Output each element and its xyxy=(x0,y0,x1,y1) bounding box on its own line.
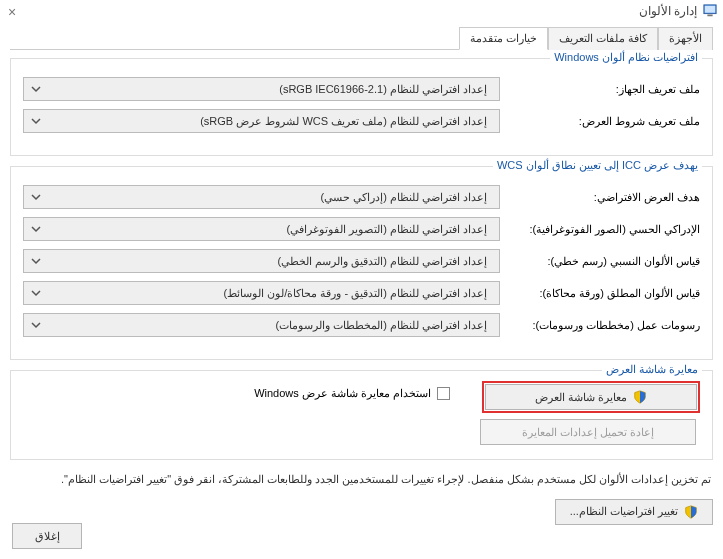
tabs: الأجهزة كافة ملفات التعريف خيارات متقدمة xyxy=(10,26,713,50)
absolute-combo[interactable]: إعداد افتراضي للنظام (التدقيق - ورقة محا… xyxy=(23,281,500,305)
close-icon[interactable]: × xyxy=(8,4,16,20)
calibrate-highlight: معايرة شاشة العرض xyxy=(482,381,700,413)
absolute-value: إعداد افتراضي للنظام (التدقيق - ورقة محا… xyxy=(42,287,491,300)
default-intent-value: إعداد افتراضي للنظام (إدراكي حسي) xyxy=(42,191,491,204)
viewing-profile-value: إعداد افتراضي للنظام (ملف تعريف WCS لشرو… xyxy=(42,115,491,128)
default-intent-combo[interactable]: إعداد افتراضي للنظام (إدراكي حسي) xyxy=(23,185,500,209)
shield-icon xyxy=(633,390,647,404)
close-button-label: إغلاق xyxy=(35,530,60,543)
perceptual-combo[interactable]: إعداد افتراضي للنظام (التصوير الفوتوغراف… xyxy=(23,217,500,241)
calibrate-display-label: معايرة شاشة العرض xyxy=(535,391,627,404)
tab-all-profiles[interactable]: كافة ملفات التعريف xyxy=(548,27,658,50)
calibration-group: معايرة شاشة العرض معايرة شاشة العرض xyxy=(10,370,713,460)
business-label: رسومات عمل (مخططات ورسومات): xyxy=(510,319,700,332)
window-title: إدارة الألوان xyxy=(639,4,697,18)
perceptual-label: الإدراكي الحسي (الصور الفوتوغرافية): xyxy=(510,223,700,236)
svg-rect-2 xyxy=(707,15,712,17)
close-button[interactable]: إغلاق xyxy=(12,523,82,549)
info-text: تم تخزين إعدادات الألوان لكل مستخدم بشكل… xyxy=(12,470,711,489)
chevron-down-icon xyxy=(30,115,42,127)
business-combo[interactable]: إعداد افتراضي للنظام (المخططات والرسومات… xyxy=(23,313,500,337)
viewing-profile-label: ملف تعريف شروط العرض: xyxy=(510,115,700,128)
tab-devices[interactable]: الأجهزة xyxy=(658,27,713,50)
change-system-defaults-label: تغيير افتراضيات النظام... xyxy=(570,505,678,518)
calibration-group-title: معايرة شاشة العرض xyxy=(602,363,702,376)
reload-calibration-label: إعادة تحميل إعدادات المعايرة xyxy=(522,426,654,439)
shield-icon xyxy=(684,505,698,519)
viewing-profile-combo[interactable]: إعداد افتراضي للنظام (ملف تعريف WCS لشرو… xyxy=(23,109,500,133)
wcs-group-title: يهدف عرض ICC إلى تعيين نطاق ألوان WCS xyxy=(493,159,702,172)
chevron-down-icon xyxy=(30,83,42,95)
device-profile-value: إعداد افتراضي للنظام (sRGB IEC61966-2.1) xyxy=(42,83,491,96)
use-windows-calibration-label: استخدام معايرة شاشة عرض Windows xyxy=(254,387,431,400)
change-system-defaults-button[interactable]: تغيير افتراضيات النظام... xyxy=(555,499,713,525)
reload-calibration-button: إعادة تحميل إعدادات المعايرة xyxy=(480,419,696,445)
app-icon xyxy=(703,4,717,18)
relative-combo[interactable]: إعداد افتراضي للنظام (التدقيق والرسم الخ… xyxy=(23,249,500,273)
tab-advanced[interactable]: خيارات متقدمة xyxy=(459,27,548,50)
business-value: إعداد افتراضي للنظام (المخططات والرسومات… xyxy=(42,319,491,332)
chevron-down-icon xyxy=(30,223,42,235)
defaults-group-title: افتراضيات نظام ألوان Windows xyxy=(550,51,702,64)
defaults-group: افتراضيات نظام ألوان Windows ملف تعريف ا… xyxy=(10,58,713,156)
relative-label: قياس الألوان النسبي (رسم خطي): xyxy=(510,255,700,268)
use-windows-calibration-checkbox[interactable] xyxy=(437,387,450,400)
chevron-down-icon xyxy=(30,287,42,299)
wcs-group: يهدف عرض ICC إلى تعيين نطاق ألوان WCS هد… xyxy=(10,166,713,360)
relative-value: إعداد افتراضي للنظام (التدقيق والرسم الخ… xyxy=(42,255,491,268)
chevron-down-icon xyxy=(30,319,42,331)
default-intent-label: هدف العرض الافتراضي: xyxy=(510,191,700,204)
perceptual-value: إعداد افتراضي للنظام (التصوير الفوتوغراف… xyxy=(42,223,491,236)
device-profile-combo[interactable]: إعداد افتراضي للنظام (sRGB IEC61966-2.1) xyxy=(23,77,500,101)
svg-rect-1 xyxy=(705,6,716,13)
device-profile-label: ملف تعريف الجهاز: xyxy=(510,83,700,96)
absolute-label: قياس الألوان المطلق (ورقة محاكاة): xyxy=(510,287,700,300)
chevron-down-icon xyxy=(30,255,42,267)
calibrate-display-button[interactable]: معايرة شاشة العرض xyxy=(485,384,697,410)
chevron-down-icon xyxy=(30,191,42,203)
